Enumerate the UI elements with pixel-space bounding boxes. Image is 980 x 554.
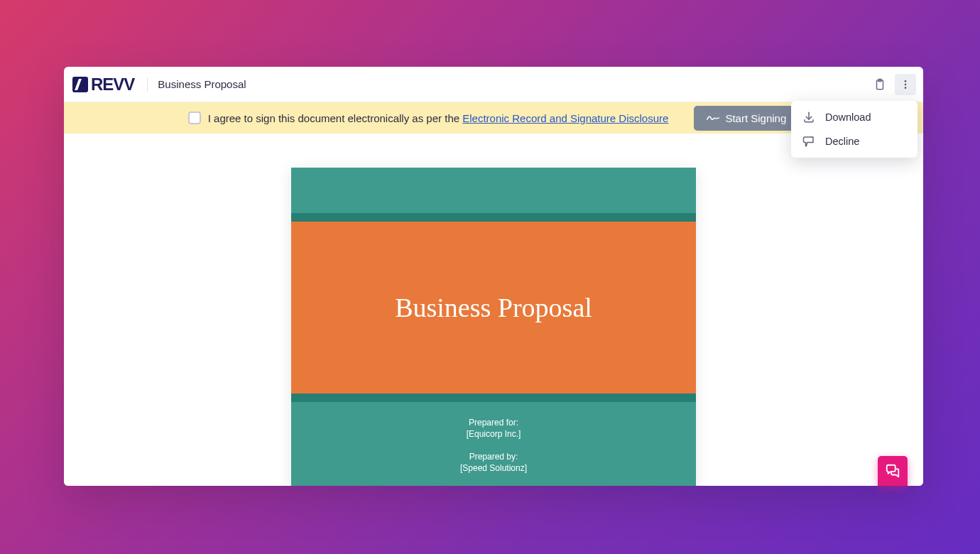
app-header: REVV Business Proposal <box>64 67 923 102</box>
doc-stripe <box>291 213 696 222</box>
doc-main-title: Business Proposal <box>395 292 592 323</box>
prepared-for-label: Prepared for: <box>291 418 696 428</box>
clipboard-icon <box>873 77 886 92</box>
doc-stripe <box>291 393 696 402</box>
download-icon <box>802 111 815 124</box>
svg-point-4 <box>905 87 907 89</box>
doc-title-block: Business Proposal <box>291 222 696 393</box>
doc-band-top <box>291 168 696 213</box>
doc-meta-block: Prepared for: [Equicorp Inc.] Prepared b… <box>291 402 696 473</box>
app-window: REVV Business Proposal <box>64 67 923 486</box>
document-viewport[interactable]: Business Proposal Prepared for: [Equicor… <box>64 134 923 486</box>
chat-button[interactable] <box>878 456 908 486</box>
disclosure-link[interactable]: Electronic Record and Signature Disclosu… <box>462 112 668 124</box>
more-options-button[interactable] <box>895 74 916 95</box>
gradient-background: REVV Business Proposal <box>0 0 980 554</box>
brand-logo-mark-icon <box>72 77 88 92</box>
more-vertical-icon <box>900 79 911 90</box>
svg-point-3 <box>905 83 907 85</box>
document-page: Business Proposal Prepared for: [Equicor… <box>291 168 696 486</box>
consent-text: I agree to sign this document electronic… <box>208 112 669 124</box>
document-title: Business Proposal <box>158 78 246 90</box>
consent-checkbox[interactable] <box>188 112 201 124</box>
prepared-for-value: [Equicorp Inc.] <box>291 429 696 439</box>
thumbs-down-icon <box>802 135 815 148</box>
header-divider <box>147 77 148 92</box>
prepared-by-label: Prepared by: <box>291 452 696 462</box>
brand-logo[interactable]: REVV <box>70 75 137 94</box>
menu-item-decline[interactable]: Decline <box>791 129 918 153</box>
brand-logo-text: REVV <box>91 75 134 94</box>
signature-icon <box>707 114 719 121</box>
prepared-by-value: [Speed Solutionz] <box>291 463 696 473</box>
consent-text-group: I agree to sign this document electronic… <box>188 112 669 124</box>
more-options-menu: Download Decline <box>791 101 918 158</box>
menu-item-decline-label: Decline <box>825 136 859 147</box>
consent-text-prefix: I agree to sign this document electronic… <box>208 112 463 124</box>
start-signing-label: Start Signing <box>725 112 786 124</box>
menu-item-download[interactable]: Download <box>791 105 918 129</box>
menu-item-download-label: Download <box>825 112 871 123</box>
chat-icon <box>885 463 900 479</box>
svg-point-2 <box>905 80 907 82</box>
start-signing-button[interactable]: Start Signing <box>694 106 799 131</box>
clipboard-button[interactable] <box>869 74 891 95</box>
